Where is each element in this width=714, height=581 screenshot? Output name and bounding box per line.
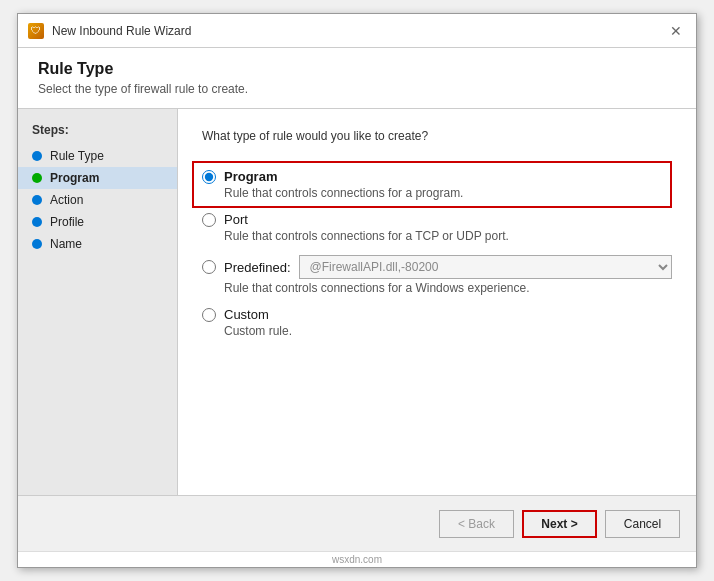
option-program-label[interactable]: Program	[224, 169, 277, 184]
page-title: Rule Type	[38, 60, 676, 78]
option-predefined-row: Predefined: @FirewallAPI.dll,-80200	[202, 255, 672, 279]
radio-predefined[interactable]	[202, 260, 216, 274]
window-title: New Inbound Rule Wizard	[52, 24, 191, 38]
dot-icon-name	[32, 239, 42, 249]
title-bar-left: 🛡 New Inbound Rule Wizard	[28, 23, 191, 39]
radio-port[interactable]	[202, 213, 216, 227]
wizard-window: 🛡 New Inbound Rule Wizard ✕ Rule Type Se…	[17, 13, 697, 568]
content-area: Steps: Rule Type Program Action Profile …	[18, 109, 696, 495]
sidebar-label-program: Program	[50, 171, 99, 185]
title-bar: 🛡 New Inbound Rule Wizard ✕	[18, 14, 696, 48]
sidebar-label-profile: Profile	[50, 215, 84, 229]
option-custom-desc: Custom rule.	[224, 324, 672, 338]
sidebar-label-action: Action	[50, 193, 83, 207]
option-program-row: Program	[202, 169, 662, 184]
question-text: What type of rule would you like to crea…	[202, 129, 672, 143]
sidebar-item-rule-type[interactable]: Rule Type	[18, 145, 177, 167]
option-custom: Custom Custom rule.	[202, 307, 672, 338]
dot-icon-rule-type	[32, 151, 42, 161]
main-content: What type of rule would you like to crea…	[178, 109, 696, 495]
option-port: Port Rule that controls connections for …	[202, 212, 672, 243]
option-program-desc: Rule that controls connections for a pro…	[224, 186, 662, 200]
page-subtitle: Select the type of firewall rule to crea…	[38, 82, 676, 96]
watermark: wsxdn.com	[18, 551, 696, 567]
sidebar-item-program[interactable]: Program	[18, 167, 177, 189]
back-button[interactable]: < Back	[439, 510, 514, 538]
option-custom-label[interactable]: Custom	[224, 307, 269, 322]
dot-icon-action	[32, 195, 42, 205]
footer: < Back Next > Cancel	[18, 495, 696, 551]
cancel-button[interactable]: Cancel	[605, 510, 680, 538]
sidebar-item-name[interactable]: Name	[18, 233, 177, 255]
option-group: Program Rule that controls connections f…	[202, 161, 672, 350]
steps-label: Steps:	[18, 119, 177, 145]
header-section: Rule Type Select the type of firewall ru…	[18, 48, 696, 109]
predefined-select[interactable]: @FirewallAPI.dll,-80200	[299, 255, 673, 279]
sidebar-label-rule-type: Rule Type	[50, 149, 104, 163]
radio-program[interactable]	[202, 170, 216, 184]
dot-icon-profile	[32, 217, 42, 227]
option-predefined-label[interactable]: Predefined:	[224, 260, 291, 275]
close-button[interactable]: ✕	[666, 21, 686, 41]
dot-icon-program	[32, 173, 42, 183]
sidebar-label-name: Name	[50, 237, 82, 251]
sidebar: Steps: Rule Type Program Action Profile …	[18, 109, 178, 495]
radio-custom[interactable]	[202, 308, 216, 322]
option-port-desc: Rule that controls connections for a TCP…	[224, 229, 672, 243]
window-icon: 🛡	[28, 23, 44, 39]
option-port-row: Port	[202, 212, 672, 227]
sidebar-item-profile[interactable]: Profile	[18, 211, 177, 233]
option-port-label[interactable]: Port	[224, 212, 248, 227]
option-custom-row: Custom	[202, 307, 672, 322]
option-program: Program Rule that controls connections f…	[192, 161, 672, 208]
sidebar-item-action[interactable]: Action	[18, 189, 177, 211]
next-button[interactable]: Next >	[522, 510, 597, 538]
option-predefined-desc: Rule that controls connections for a Win…	[224, 281, 672, 295]
option-predefined: Predefined: @FirewallAPI.dll,-80200 Rule…	[202, 255, 672, 295]
